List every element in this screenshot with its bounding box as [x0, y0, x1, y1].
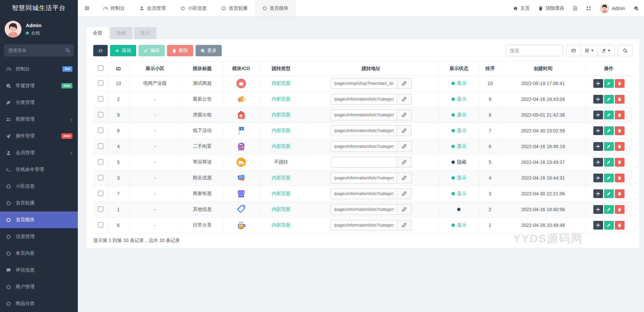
- sidebar-item-权限管理[interactable]: 权限管理‹: [0, 111, 78, 128]
- language-button[interactable]: [573, 6, 578, 11]
- row-delete-button[interactable]: [615, 174, 625, 182]
- drag-sort-button[interactable]: [593, 111, 603, 119]
- sidebar-item-单页内容[interactable]: 单页内容: [0, 245, 78, 262]
- sidebar-item-会员管理[interactable]: 会员管理‹: [0, 144, 78, 161]
- row-edit-button[interactable]: [604, 111, 614, 119]
- columns-button[interactable]: [581, 45, 598, 56]
- link-select-button[interactable]: [397, 157, 412, 168]
- row-checkbox[interactable]: [98, 222, 103, 228]
- sidebar-item-首页轮播[interactable]: 首页轮播: [0, 195, 78, 211]
- settings-button[interactable]: [634, 6, 639, 11]
- drag-sort-button[interactable]: [593, 142, 603, 151]
- row-edit-button[interactable]: [604, 126, 614, 135]
- row-checkbox[interactable]: [98, 159, 103, 165]
- jump-url-input[interactable]: [331, 204, 397, 215]
- row-delete-button[interactable]: [615, 189, 625, 198]
- sidebar-item-商户管理[interactable]: 商户管理: [0, 278, 78, 295]
- sidebar-item-控制台[interactable]: 控制台hot: [0, 61, 78, 77]
- row-edit-button[interactable]: [604, 221, 614, 230]
- drag-sort-button[interactable]: [593, 79, 603, 88]
- fullscreen-button[interactable]: [586, 6, 591, 11]
- row-edit-button[interactable]: [604, 79, 614, 88]
- row-delete-button[interactable]: [615, 221, 625, 230]
- sidebar-item-评论信息[interactable]: 评论信息: [0, 262, 78, 278]
- drag-sort-button[interactable]: [593, 95, 603, 104]
- sidebar-item-信息管理[interactable]: 信息管理: [0, 228, 78, 245]
- link-select-button[interactable]: [397, 94, 412, 105]
- nav-tab-首页模块[interactable]: 首页模块: [255, 0, 296, 16]
- link-select-button[interactable]: [397, 173, 412, 183]
- row-checkbox[interactable]: [98, 128, 103, 133]
- link-select-button[interactable]: [397, 141, 412, 152]
- row-delete-button[interactable]: [615, 205, 625, 214]
- nav-tab-小区信息[interactable]: 小区信息: [173, 0, 214, 16]
- row-checkbox[interactable]: [98, 175, 103, 180]
- drag-sort-button[interactable]: [593, 126, 603, 135]
- row-edit-button[interactable]: [604, 174, 614, 182]
- drag-sort-button[interactable]: [593, 174, 603, 182]
- link-select-button[interactable]: [397, 220, 412, 231]
- row-checkbox[interactable]: [98, 143, 103, 149]
- jump-url-input[interactable]: [331, 173, 397, 183]
- nav-tab-控制台[interactable]: 控制台: [96, 0, 132, 16]
- home-link[interactable]: 主页: [513, 5, 530, 11]
- jump-url-input[interactable]: [331, 157, 397, 168]
- more-button[interactable]: 更多: [196, 45, 222, 56]
- sidebar-item-在线命令管理[interactable]: 在线命令管理: [0, 161, 78, 178]
- nav-tab-会员管理[interactable]: 会员管理: [132, 0, 173, 16]
- clear-cache-button[interactable]: 清除缓存: [538, 5, 564, 11]
- row-delete-button[interactable]: [615, 95, 625, 104]
- link-select-button[interactable]: [397, 125, 412, 136]
- link-select-button[interactable]: [397, 204, 412, 215]
- link-select-button[interactable]: [397, 188, 412, 199]
- table-search-input[interactable]: [506, 45, 563, 56]
- filter-tab-隐藏[interactable]: 隐藏: [110, 27, 132, 39]
- jump-url-input[interactable]: [331, 110, 397, 120]
- sidebar-item-常规管理[interactable]: 常规管理new: [0, 77, 78, 94]
- sidebar-item-首页模块[interactable]: 首页模块: [0, 211, 78, 228]
- jump-url-input[interactable]: [331, 94, 397, 105]
- row-delete-button[interactable]: [615, 79, 625, 88]
- edit-button[interactable]: 编辑: [139, 45, 165, 56]
- jump-url-input[interactable]: [331, 188, 397, 199]
- row-edit-button[interactable]: [604, 95, 614, 104]
- sidebar-search-input[interactable]: [4, 44, 74, 57]
- row-delete-button[interactable]: [615, 126, 625, 135]
- refresh-button[interactable]: [93, 45, 108, 56]
- row-delete-button[interactable]: [615, 142, 625, 151]
- drag-sort-button[interactable]: [593, 158, 603, 167]
- jump-url-input[interactable]: [331, 125, 397, 136]
- search-submit-button[interactable]: [618, 45, 633, 56]
- link-select-button[interactable]: [397, 110, 412, 120]
- jump-url-input[interactable]: [331, 220, 397, 231]
- row-checkbox[interactable]: [98, 112, 103, 117]
- row-delete-button[interactable]: [615, 158, 625, 167]
- link-select-button[interactable]: [397, 78, 412, 89]
- filter-tab-全部[interactable]: 全部: [87, 27, 109, 39]
- sidebar-item-插件管理[interactable]: 插件管理new: [0, 128, 78, 144]
- sidebar-item-分类管理[interactable]: 分类管理: [0, 94, 78, 111]
- detail-view-button[interactable]: [566, 45, 581, 56]
- nav-tab-首页轮播[interactable]: 首页轮播: [214, 0, 255, 16]
- add-button[interactable]: 添加: [110, 45, 136, 56]
- row-edit-button[interactable]: [604, 158, 614, 167]
- sidebar-toggle-button[interactable]: [78, 0, 96, 16]
- row-checkbox[interactable]: [98, 191, 103, 196]
- row-checkbox[interactable]: [98, 96, 103, 102]
- sidebar-item-商品分类[interactable]: 商品分类: [0, 295, 78, 312]
- drag-sort-button[interactable]: [593, 205, 603, 214]
- filter-tab-显示[interactable]: 显示: [134, 27, 156, 39]
- row-checkbox[interactable]: [98, 80, 103, 86]
- delete-button[interactable]: 删除: [167, 45, 193, 56]
- user-menu[interactable]: Admin: [600, 3, 625, 13]
- row-edit-button[interactable]: [604, 205, 614, 214]
- drag-sort-button[interactable]: [593, 189, 603, 198]
- sidebar-item-小区信息[interactable]: 小区信息: [0, 178, 78, 195]
- export-button[interactable]: [598, 45, 614, 56]
- select-all-checkbox[interactable]: [98, 65, 103, 71]
- drag-sort-button[interactable]: [593, 221, 603, 230]
- jump-url-input[interactable]: [331, 141, 397, 152]
- row-edit-button[interactable]: [604, 189, 614, 198]
- row-edit-button[interactable]: [604, 142, 614, 151]
- row-delete-button[interactable]: [615, 111, 625, 119]
